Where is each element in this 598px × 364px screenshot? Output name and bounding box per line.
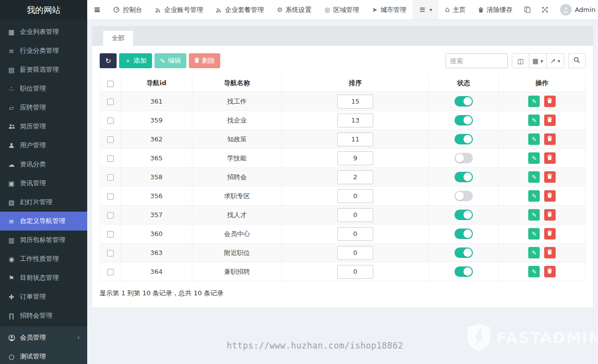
sidebar-item[interactable]: ⚑ 目前状态管理 [0, 268, 87, 287]
row-delete-button[interactable] [544, 247, 556, 258]
terminal-switch-button[interactable] [519, 0, 536, 19]
delete-button[interactable]: 删除 [189, 53, 220, 68]
row-delete-button[interactable] [544, 115, 556, 126]
row-edit-button[interactable]: ✎ [528, 171, 540, 183]
row-checkbox[interactable] [107, 155, 114, 162]
sidebar-item[interactable]: ∴ 职位管理 [0, 79, 87, 98]
sidebar-item[interactable]: ▧ 幻灯片管理 [0, 193, 87, 212]
toggle-knob [463, 173, 472, 181]
sort-input[interactable] [337, 95, 373, 109]
row-checkbox[interactable] [107, 269, 114, 275]
sidebar-item[interactable]: ∏ 招聘会管理 [0, 306, 87, 325]
sidebar-item[interactable]: ▤ 薪资筛选管理 [0, 60, 87, 79]
row-checkbox[interactable] [107, 174, 114, 181]
tab-all[interactable]: 全部 [103, 31, 133, 46]
fullscreen-button[interactable] [536, 0, 554, 19]
status-toggle[interactable] [454, 115, 473, 125]
sort-input[interactable] [337, 114, 373, 127]
row-edit-button[interactable]: ✎ [528, 190, 540, 202]
row-delete-button[interactable] [544, 209, 556, 221]
row-checkbox[interactable] [107, 193, 114, 200]
row-delete-button[interactable] [544, 171, 556, 183]
refresh-button[interactable]: ↻ [100, 53, 117, 68]
sidebar-item[interactable]: ◉ 工作性质管理 [0, 249, 87, 268]
status-toggle[interactable] [454, 191, 473, 201]
sidebar-item[interactable]: 简历管理 [0, 117, 87, 136]
sidebar-item[interactable]: ▥ 简历包标签管理 [0, 231, 87, 249]
card-view-toggle-button[interactable]: ◫ [512, 53, 529, 68]
status-toggle[interactable] [454, 153, 473, 163]
row-edit-button[interactable]: ✎ [528, 152, 540, 164]
bank-icon: ∏ [7, 313, 15, 319]
search-button[interactable] [568, 53, 586, 68]
sidebar-item[interactable]: 会员管理 ‹ [0, 328, 87, 347]
status-toggle[interactable] [454, 134, 473, 144]
row-edit-button[interactable]: ✎ [528, 115, 540, 126]
sort-input[interactable] [337, 246, 373, 260]
toggle-knob [463, 135, 472, 143]
row-delete-button[interactable] [544, 266, 556, 277]
sort-input[interactable] [337, 227, 373, 241]
sidebar-item[interactable]: ▦ 企业列表管理 [0, 22, 87, 41]
sidebar-item[interactable]: ▱ 应聘管理 [0, 98, 87, 117]
row-delete-button[interactable] [544, 96, 556, 107]
sidebar-item[interactable]: ☁ 资讯分类 [0, 155, 87, 174]
status-toggle[interactable] [454, 210, 473, 220]
export-button[interactable]: ↗ ▾ [547, 53, 564, 68]
sort-input[interactable] [337, 189, 373, 203]
topnav-item[interactable]: ➤ 城市管理 [365, 0, 413, 19]
row-checkbox[interactable] [107, 250, 114, 256]
edit-button[interactable]: ✎编辑 [154, 53, 186, 68]
columns-button[interactable]: ▦ ▾ [529, 53, 547, 68]
sort-input[interactable] [337, 132, 373, 146]
toolbar-right: ◫ ▦ ▾ ↗ ▾ [446, 53, 586, 68]
sidebar-item[interactable]: ○ 测试管理 [0, 347, 87, 364]
row-checkbox[interactable] [107, 99, 114, 105]
row-delete-button[interactable] [544, 152, 556, 164]
topnav-item[interactable]: 企业套餐管理 [209, 0, 270, 19]
sidebar-item[interactable]: ≡ 行业分类管理 [0, 41, 87, 60]
row-checkbox[interactable] [107, 212, 114, 219]
topnav-item[interactable]: 企业账号管理 [149, 0, 209, 19]
add-button[interactable]: ＋添加 [119, 53, 152, 68]
row-edit-button[interactable]: ✎ [528, 266, 540, 277]
sidebar-main-group: ▦ 企业列表管理 ≡ 行业分类管理 ▤ 薪资筛选管理 ∴ 职位管理 ▱ 应聘管理… [0, 22, 87, 325]
row-edit-button[interactable]: ✎ [528, 209, 540, 221]
topnav-item[interactable]: ⚙ 系统设置 [270, 0, 318, 19]
sidebar-item[interactable]: ≡ 自定义导航管理 [0, 212, 87, 231]
sidebar-item[interactable]: ✚ 订单管理 [0, 287, 87, 306]
row-edit-button[interactable]: ✎ [528, 96, 540, 107]
home-button[interactable]: ⌂ 主页 [439, 0, 472, 19]
status-toggle[interactable] [454, 96, 473, 107]
search-input[interactable] [446, 53, 508, 68]
user-menu[interactable]: Admin [554, 0, 598, 19]
topnav-item[interactable]: ◎ 区域管理 [318, 0, 365, 19]
row-delete-button[interactable] [544, 228, 556, 240]
trash-icon [478, 7, 483, 13]
row-checkbox[interactable] [107, 136, 114, 143]
clear-cache-button[interactable]: 清除缓存 [472, 0, 519, 19]
row-checkbox[interactable] [107, 231, 114, 238]
sort-input[interactable] [337, 151, 373, 165]
sort-input[interactable] [337, 170, 373, 184]
sidebar-toggle-button[interactable]: ≡ [87, 0, 107, 19]
nav-name-cell: 找企业 [192, 111, 282, 130]
row-edit-button[interactable]: ✎ [528, 247, 540, 258]
sort-input[interactable] [337, 265, 373, 279]
row-checkbox[interactable] [107, 118, 114, 124]
status-toggle[interactable] [454, 247, 473, 258]
row-delete-button[interactable] [544, 133, 556, 145]
sidebar-item[interactable]: 用户管理 [0, 136, 87, 155]
select-all-checkbox[interactable] [107, 81, 114, 87]
menu-list-dropdown-button[interactable]: ≡ ▾ [413, 0, 439, 19]
status-toggle[interactable] [454, 172, 473, 182]
status-toggle[interactable] [454, 266, 473, 277]
sidebar-item[interactable]: ▣ 资讯管理 [0, 174, 87, 193]
row-edit-button[interactable]: ✎ [528, 133, 540, 145]
sort-input[interactable] [337, 208, 373, 222]
topnav-item[interactable]: 控制台 [107, 0, 149, 19]
status-toggle[interactable] [454, 229, 473, 239]
row-delete-button[interactable] [544, 190, 556, 202]
row-edit-button[interactable]: ✎ [528, 228, 540, 240]
card-view-icon: ◫ [517, 57, 523, 65]
